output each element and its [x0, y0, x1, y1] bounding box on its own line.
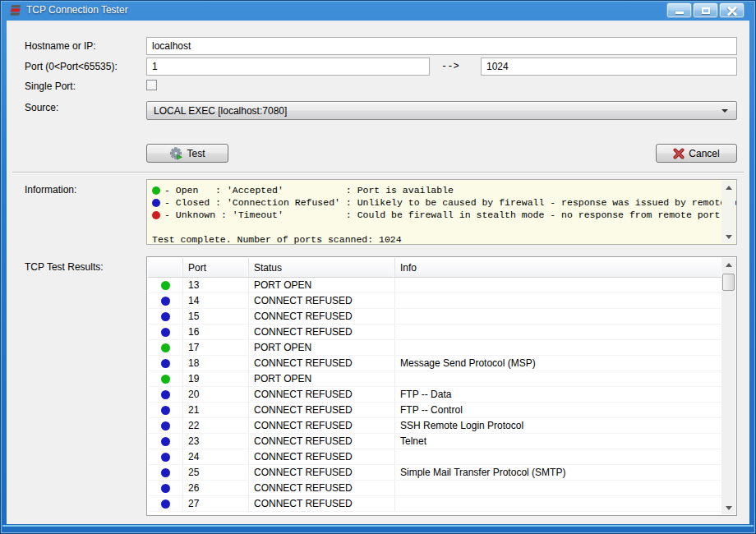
row-port: 22: [183, 418, 249, 433]
single-port-label: Single Port:: [25, 81, 76, 92]
table-row[interactable]: 24 CONNECT REFUSED: [148, 449, 721, 465]
status-dot-icon: [152, 211, 160, 219]
table-row[interactable]: 23 CONNECT REFUSED Telnet: [148, 434, 721, 449]
status-dot-icon: [161, 453, 170, 462]
maximize-button[interactable]: [693, 2, 718, 18]
table-row[interactable]: 16 CONNECT REFUSED: [148, 325, 721, 340]
close-icon: [727, 6, 737, 16]
row-state-cell: [148, 449, 183, 464]
status-dot-icon: [161, 281, 170, 290]
scroll-up-button[interactable]: [721, 258, 735, 271]
row-port: 17: [183, 340, 249, 355]
triangle-up-icon: [726, 186, 732, 190]
scroll-down-button[interactable]: [721, 501, 735, 514]
row-state-cell: [148, 481, 183, 495]
info-legend: - Open : 'Accepted' : Port is available …: [152, 184, 720, 221]
row-status: CONNECT REFUSED: [249, 356, 395, 371]
row-info: [395, 449, 721, 464]
app-window: TCP Connection Tester Hostname or IP: Po…: [0, 0, 756, 534]
header-port[interactable]: Port: [183, 258, 249, 277]
row-info: [395, 481, 721, 495]
row-status: CONNECT REFUSED: [249, 496, 395, 511]
status-dot-icon: [161, 499, 170, 509]
table-row[interactable]: 15 CONNECT REFUSED: [148, 309, 721, 325]
row-info: [395, 496, 721, 511]
table-row[interactable]: 14 CONNECT REFUSED: [148, 293, 721, 309]
legend-text: - Open : 'Accepted' : Port is available: [164, 184, 454, 196]
row-state-cell: [148, 465, 183, 480]
table-row[interactable]: 27 CONNECT REFUSED: [148, 496, 721, 512]
row-status: PORT OPEN: [249, 371, 395, 386]
table-row[interactable]: 17 PORT OPEN: [148, 340, 721, 356]
status-dot-icon: [161, 343, 170, 352]
row-state-cell: [148, 387, 183, 402]
row-port: 14: [183, 293, 249, 308]
table-row[interactable]: 22 CONNECT REFUSED SSH Remote Login Prot…: [148, 418, 721, 434]
triangle-down-icon: [726, 506, 732, 510]
scroll-up-button[interactable]: [721, 181, 735, 194]
row-info: [395, 325, 721, 339]
table-row[interactable]: 25 CONNECT REFUSED Simple Mail Transfer …: [148, 465, 721, 481]
row-status: PORT OPEN: [249, 278, 395, 292]
row-status: CONNECT REFUSED: [249, 387, 395, 402]
cancel-button[interactable]: Cancel: [656, 144, 737, 163]
test-button-label: Test: [187, 148, 205, 159]
frame-bottom-highlight: [2, 525, 754, 527]
row-info: SSH Remote Login Protocol: [395, 418, 721, 433]
minimize-button[interactable]: [666, 2, 692, 18]
status-dot-icon: [161, 328, 170, 337]
test-button[interactable]: Test: [146, 144, 228, 163]
close-button[interactable]: [719, 2, 744, 18]
row-info: [395, 371, 721, 386]
row-info: [395, 278, 721, 292]
row-port: 16: [183, 325, 249, 339]
legend-text: - Unknown : 'Timeout' : Could be firewal…: [164, 209, 726, 221]
table-row[interactable]: 20 CONNECT REFUSED FTP -- Data: [148, 387, 721, 403]
port-range-label: Port (0<Port<65535):: [25, 61, 118, 72]
status-dot-icon: [161, 390, 170, 399]
hostname-input[interactable]: [146, 37, 737, 55]
information-panel: - Open : 'Accepted' : Port is available …: [146, 179, 737, 245]
row-status: CONNECT REFUSED: [249, 434, 395, 449]
source-select[interactable]: LOCAL EXEC [localhost:7080]: [146, 101, 737, 120]
header-state[interactable]: [148, 258, 183, 277]
port-range-arrow: -->: [441, 61, 459, 72]
information-label: Information:: [25, 184, 76, 196]
row-info: FTP -- Control: [395, 403, 721, 417]
scroll-down-button[interactable]: [721, 230, 735, 243]
row-port: 15: [183, 309, 249, 324]
header-status[interactable]: Status: [249, 258, 395, 277]
table-row[interactable]: 19 PORT OPEN: [148, 371, 721, 387]
status-dot-icon: [161, 297, 170, 306]
red-x-icon: [673, 148, 685, 159]
table-row[interactable]: 21 CONNECT REFUSED FTP -- Control: [148, 403, 721, 418]
status-dot-icon: [161, 406, 170, 415]
row-status: CONNECT REFUSED: [249, 325, 395, 339]
section-separator: [12, 172, 744, 173]
scrollbar-thumb[interactable]: [722, 274, 735, 291]
table-row[interactable]: 26 CONNECT REFUSED: [148, 481, 721, 496]
source-label: Source:: [25, 102, 58, 113]
row-status: PORT OPEN: [249, 340, 395, 355]
status-dot-icon: [152, 186, 160, 195]
row-info: [395, 340, 721, 355]
maximize-icon: [702, 7, 710, 14]
triangle-down-icon: [726, 235, 732, 239]
legend-line: - Unknown : 'Timeout' : Could be firewal…: [152, 209, 720, 221]
results-table: Port Status Info 13 PORT OPEN 14 CONNECT…: [146, 256, 737, 516]
single-port-checkbox[interactable]: [146, 80, 157, 90]
chevron-down-icon: [721, 109, 728, 113]
row-info: Message Send Protocol (MSP): [395, 356, 721, 371]
header-info[interactable]: Info: [395, 258, 721, 277]
port-to-input[interactable]: [481, 58, 737, 76]
table-row[interactable]: 13 PORT OPEN: [148, 278, 721, 293]
info-status-line: Test complete. Number of ports scanned: …: [152, 233, 720, 245]
info-scrollbar[interactable]: [721, 181, 735, 243]
titlebar[interactable]: TCP Connection Tester: [0, 0, 756, 21]
results-rows: 13 PORT OPEN 14 CONNECT REFUSED 15 CONNE…: [148, 278, 721, 514]
legend-line: - Closed : 'Connection Refused' : Unlike…: [152, 196, 720, 209]
table-row[interactable]: 18 CONNECT REFUSED Message Send Protocol…: [148, 356, 721, 371]
info-status-wrap: Test complete. Number of ports scanned: …: [152, 233, 720, 245]
port-from-input[interactable]: [146, 58, 430, 76]
results-scrollbar[interactable]: [721, 258, 735, 514]
